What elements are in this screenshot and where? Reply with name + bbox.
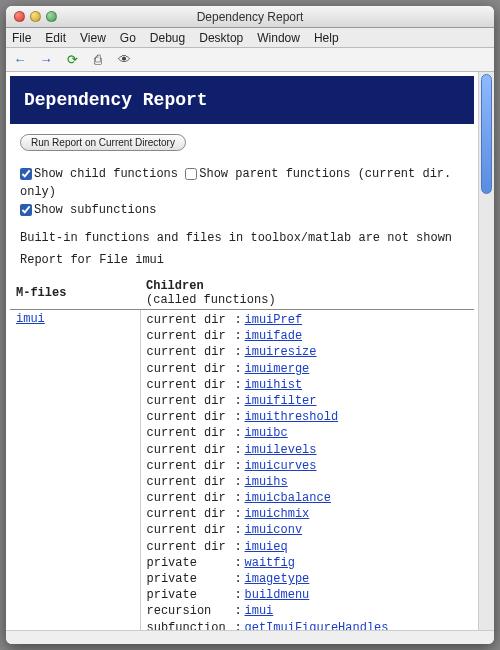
back-icon[interactable]: ← — [12, 52, 28, 67]
content-area: Dependency Report Run Report on Current … — [6, 72, 478, 630]
find-icon[interactable]: 👁 — [116, 52, 132, 67]
menu-help[interactable]: Help — [314, 31, 339, 45]
titlebar: Dependency Report — [6, 6, 494, 28]
child-row: private:waitfig — [147, 555, 469, 571]
child-function-link[interactable]: imuicbalance — [245, 491, 331, 505]
table-row: imui current dir:imuiPrefcurrent dir:imu… — [10, 310, 474, 631]
child-row: current dir:imuihist — [147, 377, 469, 393]
child-function-link[interactable]: getImuiFigureHandles — [245, 621, 389, 630]
child-function-link[interactable]: imuiPref — [245, 313, 303, 327]
child-row: private:buildmenu — [147, 587, 469, 603]
child-scope: private — [147, 555, 235, 571]
child-function-link[interactable]: imuithreshold — [245, 410, 339, 424]
report-for-text: Report for File imui — [6, 249, 478, 271]
child-scope: current dir — [147, 409, 235, 425]
show-parent-checkbox[interactable] — [185, 168, 197, 180]
child-row: current dir:imuiconv — [147, 522, 469, 538]
dependency-table: M-files Children(called functions) imui … — [10, 277, 474, 630]
show-sub-option[interactable]: Show subfunctions — [20, 203, 156, 217]
menu-file[interactable]: File — [12, 31, 31, 45]
child-function-link[interactable]: imui — [245, 604, 274, 618]
child-scope: private — [147, 587, 235, 603]
child-scope: current dir — [147, 442, 235, 458]
child-function-link[interactable]: imuibc — [245, 426, 288, 440]
child-scope: subfunction — [147, 620, 235, 630]
child-row: subfunction:getImuiFigureHandles — [147, 620, 469, 630]
window-title: Dependency Report — [6, 10, 494, 24]
child-scope: current dir — [147, 344, 235, 360]
child-function-link[interactable]: imuieq — [245, 540, 288, 554]
child-function-link[interactable]: imuihist — [245, 378, 303, 392]
child-scope: current dir — [147, 361, 235, 377]
run-report-button[interactable]: Run Report on Current Directory — [20, 134, 186, 151]
child-function-link[interactable]: imuichmix — [245, 507, 310, 521]
child-function-link[interactable]: imuifade — [245, 329, 303, 343]
child-scope: current dir — [147, 328, 235, 344]
child-scope: current dir — [147, 539, 235, 555]
child-row: current dir:imuicbalance — [147, 490, 469, 506]
child-function-link[interactable]: imuilevels — [245, 443, 317, 457]
child-scope: recursion — [147, 603, 235, 619]
options: Show child functions Show parent functio… — [6, 165, 478, 227]
child-scope: current dir — [147, 474, 235, 490]
child-row: current dir:imuichmix — [147, 506, 469, 522]
child-row: current dir:imuiresize — [147, 344, 469, 360]
children-cell: current dir:imuiPrefcurrent dir:imuifade… — [140, 310, 474, 631]
child-function-link[interactable]: imuicurves — [245, 459, 317, 473]
child-row: current dir:imuithreshold — [147, 409, 469, 425]
show-child-option[interactable]: Show child functions — [20, 167, 178, 181]
col-children: Children(called functions) — [140, 277, 474, 310]
child-function-link[interactable]: imuiconv — [245, 523, 303, 537]
child-row: recursion:imui — [147, 603, 469, 619]
child-function-link[interactable]: waitfig — [245, 556, 295, 570]
show-child-checkbox[interactable] — [20, 168, 32, 180]
child-scope: current dir — [147, 506, 235, 522]
scrollbar-thumb[interactable] — [481, 74, 492, 194]
forward-icon[interactable]: → — [38, 52, 54, 67]
menu-debug[interactable]: Debug — [150, 31, 185, 45]
child-function-link[interactable]: imuihs — [245, 475, 288, 489]
child-row: current dir:imuimerge — [147, 361, 469, 377]
refresh-icon[interactable]: ⟳ — [64, 52, 80, 67]
child-function-link[interactable]: imuiresize — [245, 345, 317, 359]
child-row: current dir:imuilevels — [147, 442, 469, 458]
scrollbar[interactable] — [478, 72, 494, 630]
child-function-link[interactable]: imagetype — [245, 572, 310, 586]
statusbar — [6, 630, 494, 644]
child-row: current dir:imuieq — [147, 539, 469, 555]
child-row: current dir:imuibc — [147, 425, 469, 441]
col-mfiles: M-files — [10, 277, 140, 310]
child-function-link[interactable]: imuifilter — [245, 394, 317, 408]
child-row: current dir:imuicurves — [147, 458, 469, 474]
menu-go[interactable]: Go — [120, 31, 136, 45]
child-scope: current dir — [147, 458, 235, 474]
child-scope: current dir — [147, 393, 235, 409]
toolbar: ← → ⟳ ⎙ 👁 — [6, 48, 494, 72]
menu-window[interactable]: Window — [257, 31, 300, 45]
child-function-link[interactable]: buildmenu — [245, 588, 310, 602]
child-scope: current dir — [147, 425, 235, 441]
child-row: current dir:imuiPref — [147, 312, 469, 328]
note-text: Built-in functions and files in toolbox/… — [6, 227, 478, 249]
menubar: File Edit View Go Debug Desktop Window H… — [6, 28, 494, 48]
child-row: current dir:imuifade — [147, 328, 469, 344]
menu-view[interactable]: View — [80, 31, 106, 45]
print-icon[interactable]: ⎙ — [90, 52, 106, 67]
menu-desktop[interactable]: Desktop — [199, 31, 243, 45]
app-window: Dependency Report File Edit View Go Debu… — [6, 6, 494, 644]
child-row: private:imagetype — [147, 571, 469, 587]
page-title: Dependency Report — [10, 76, 474, 124]
child-scope: current dir — [147, 522, 235, 538]
child-scope: current dir — [147, 490, 235, 506]
child-row: current dir:imuihs — [147, 474, 469, 490]
child-scope: private — [147, 571, 235, 587]
child-row: current dir:imuifilter — [147, 393, 469, 409]
child-function-link[interactable]: imuimerge — [245, 362, 310, 376]
menu-edit[interactable]: Edit — [45, 31, 66, 45]
mfile-link[interactable]: imui — [16, 312, 45, 326]
show-sub-checkbox[interactable] — [20, 204, 32, 216]
child-scope: current dir — [147, 312, 235, 328]
child-scope: current dir — [147, 377, 235, 393]
